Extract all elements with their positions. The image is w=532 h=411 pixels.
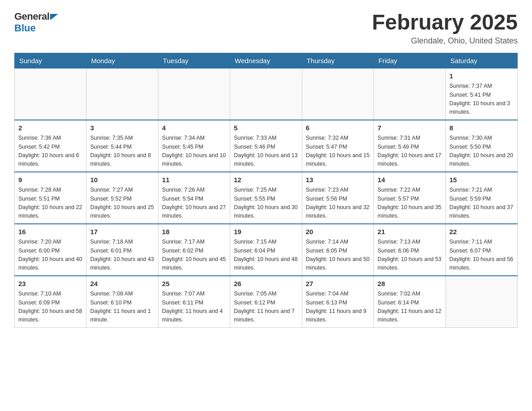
calendar-cell: 16Sunrise: 7:20 AMSunset: 6:00 PMDayligh… <box>15 224 86 276</box>
day-number: 14 <box>378 175 442 185</box>
day-number: 8 <box>450 123 514 133</box>
day-info: Sunrise: 7:36 AMSunset: 5:42 PMDaylight:… <box>18 134 82 169</box>
calendar-cell <box>158 68 230 120</box>
day-number: 21 <box>378 227 442 237</box>
day-number: 12 <box>234 175 298 185</box>
day-number: 28 <box>378 279 442 289</box>
calendar-week-row-4: 16Sunrise: 7:20 AMSunset: 6:00 PMDayligh… <box>15 224 518 276</box>
day-info: Sunrise: 7:17 AMSunset: 6:02 PMDaylight:… <box>162 238 226 273</box>
calendar-cell: 24Sunrise: 7:08 AMSunset: 6:10 PMDayligh… <box>86 276 158 328</box>
day-info: Sunrise: 7:31 AMSunset: 5:49 PMDaylight:… <box>378 134 442 169</box>
location-text: Glendale, Ohio, United States <box>372 36 518 46</box>
calendar-cell: 13Sunrise: 7:23 AMSunset: 5:56 PMDayligh… <box>302 172 373 224</box>
calendar-cell: 2Sunrise: 7:36 AMSunset: 5:42 PMDaylight… <box>15 120 86 172</box>
day-info: Sunrise: 7:02 AMSunset: 6:14 PMDaylight:… <box>378 290 442 325</box>
calendar-cell: 1Sunrise: 7:37 AMSunset: 5:41 PMDaylight… <box>446 68 517 120</box>
day-number: 15 <box>450 175 514 185</box>
calendar-cell: 10Sunrise: 7:27 AMSunset: 5:52 PMDayligh… <box>86 172 158 224</box>
day-number: 4 <box>162 123 226 133</box>
calendar-cell <box>15 68 86 120</box>
day-info: Sunrise: 7:28 AMSunset: 5:51 PMDaylight:… <box>18 186 82 221</box>
calendar-cell: 23Sunrise: 7:10 AMSunset: 6:09 PMDayligh… <box>15 276 86 328</box>
calendar-cell: 28Sunrise: 7:02 AMSunset: 6:14 PMDayligh… <box>374 276 446 328</box>
calendar-cell: 27Sunrise: 7:04 AMSunset: 6:13 PMDayligh… <box>302 276 373 328</box>
day-number: 1 <box>450 71 514 81</box>
day-info: Sunrise: 7:08 AMSunset: 6:10 PMDaylight:… <box>90 290 154 325</box>
day-number: 6 <box>306 123 370 133</box>
calendar-week-row-5: 23Sunrise: 7:10 AMSunset: 6:09 PMDayligh… <box>15 276 518 328</box>
day-info: Sunrise: 7:32 AMSunset: 5:47 PMDaylight:… <box>306 134 370 169</box>
day-number: 27 <box>306 279 370 289</box>
calendar-cell: 20Sunrise: 7:14 AMSunset: 6:05 PMDayligh… <box>302 224 373 276</box>
calendar-week-row-3: 9Sunrise: 7:28 AMSunset: 5:51 PMDaylight… <box>15 172 518 224</box>
calendar-cell: 9Sunrise: 7:28 AMSunset: 5:51 PMDaylight… <box>15 172 86 224</box>
day-number: 24 <box>90 279 154 289</box>
calendar-cell: 17Sunrise: 7:18 AMSunset: 6:01 PMDayligh… <box>86 224 158 276</box>
day-info: Sunrise: 7:15 AMSunset: 6:04 PMDaylight:… <box>234 238 298 273</box>
day-number: 3 <box>90 123 154 133</box>
day-number: 16 <box>18 227 82 237</box>
calendar-cell: 19Sunrise: 7:15 AMSunset: 6:04 PMDayligh… <box>230 224 302 276</box>
calendar-cell: 8Sunrise: 7:30 AMSunset: 5:50 PMDaylight… <box>446 120 517 172</box>
day-number: 26 <box>234 279 298 289</box>
day-info: Sunrise: 7:14 AMSunset: 6:05 PMDaylight:… <box>306 238 370 273</box>
page-header: General Blue February 2025 Glendale, Ohi… <box>14 11 518 46</box>
calendar-cell: 15Sunrise: 7:21 AMSunset: 5:59 PMDayligh… <box>446 172 517 224</box>
logo-general-text: General <box>14 11 49 22</box>
col-saturday: Saturday <box>446 53 517 68</box>
col-monday: Monday <box>86 53 158 68</box>
col-thursday: Thursday <box>302 53 373 68</box>
col-sunday: Sunday <box>15 53 86 68</box>
day-number: 19 <box>234 227 298 237</box>
day-number: 20 <box>306 227 370 237</box>
day-number: 9 <box>18 175 82 185</box>
calendar-cell: 11Sunrise: 7:26 AMSunset: 5:54 PMDayligh… <box>158 172 230 224</box>
calendar-cell: 21Sunrise: 7:13 AMSunset: 6:06 PMDayligh… <box>374 224 446 276</box>
day-info: Sunrise: 7:11 AMSunset: 6:07 PMDaylight:… <box>450 238 514 273</box>
day-info: Sunrise: 7:07 AMSunset: 6:11 PMDaylight:… <box>162 290 226 325</box>
col-tuesday: Tuesday <box>158 53 230 68</box>
day-number: 13 <box>306 175 370 185</box>
logo: General Blue <box>14 11 58 34</box>
day-number: 2 <box>18 123 82 133</box>
day-info: Sunrise: 7:26 AMSunset: 5:54 PMDaylight:… <box>162 186 226 221</box>
calendar-cell: 14Sunrise: 7:22 AMSunset: 5:57 PMDayligh… <box>374 172 446 224</box>
day-number: 23 <box>18 279 82 289</box>
calendar-cell: 26Sunrise: 7:05 AMSunset: 6:12 PMDayligh… <box>230 276 302 328</box>
calendar-cell: 22Sunrise: 7:11 AMSunset: 6:07 PMDayligh… <box>446 224 517 276</box>
day-info: Sunrise: 7:37 AMSunset: 5:41 PMDaylight:… <box>450 82 514 117</box>
day-info: Sunrise: 7:23 AMSunset: 5:56 PMDaylight:… <box>306 186 370 221</box>
calendar-cell <box>86 68 158 120</box>
day-number: 17 <box>90 227 154 237</box>
day-info: Sunrise: 7:21 AMSunset: 5:59 PMDaylight:… <box>450 186 514 221</box>
day-info: Sunrise: 7:10 AMSunset: 6:09 PMDaylight:… <box>18 290 82 325</box>
day-number: 22 <box>450 227 514 237</box>
calendar-table: Sunday Monday Tuesday Wednesday Thursday… <box>14 53 518 328</box>
day-info: Sunrise: 7:27 AMSunset: 5:52 PMDaylight:… <box>90 186 154 221</box>
day-number: 11 <box>162 175 226 185</box>
day-info: Sunrise: 7:25 AMSunset: 5:55 PMDaylight:… <box>234 186 298 221</box>
calendar-cell: 25Sunrise: 7:07 AMSunset: 6:11 PMDayligh… <box>158 276 230 328</box>
calendar-cell: 12Sunrise: 7:25 AMSunset: 5:55 PMDayligh… <box>230 172 302 224</box>
day-number: 18 <box>162 227 226 237</box>
svg-marker-0 <box>50 14 58 20</box>
day-info: Sunrise: 7:05 AMSunset: 6:12 PMDaylight:… <box>234 290 298 325</box>
calendar-cell <box>302 68 373 120</box>
calendar-cell <box>230 68 302 120</box>
calendar-cell <box>446 276 517 328</box>
day-info: Sunrise: 7:13 AMSunset: 6:06 PMDaylight:… <box>378 238 442 273</box>
month-title: February 2025 <box>372 11 518 34</box>
day-info: Sunrise: 7:22 AMSunset: 5:57 PMDaylight:… <box>378 186 442 221</box>
calendar-cell <box>374 68 446 120</box>
day-info: Sunrise: 7:35 AMSunset: 5:44 PMDaylight:… <box>90 134 154 169</box>
calendar-cell: 7Sunrise: 7:31 AMSunset: 5:49 PMDaylight… <box>374 120 446 172</box>
day-info: Sunrise: 7:18 AMSunset: 6:01 PMDaylight:… <box>90 238 154 273</box>
day-info: Sunrise: 7:33 AMSunset: 5:46 PMDaylight:… <box>234 134 298 169</box>
logo-arrow-icon <box>50 14 58 20</box>
calendar-cell: 5Sunrise: 7:33 AMSunset: 5:46 PMDaylight… <box>230 120 302 172</box>
calendar-cell: 3Sunrise: 7:35 AMSunset: 5:44 PMDaylight… <box>86 120 158 172</box>
day-number: 5 <box>234 123 298 133</box>
calendar-cell: 6Sunrise: 7:32 AMSunset: 5:47 PMDaylight… <box>302 120 373 172</box>
day-number: 10 <box>90 175 154 185</box>
col-wednesday: Wednesday <box>230 53 302 68</box>
